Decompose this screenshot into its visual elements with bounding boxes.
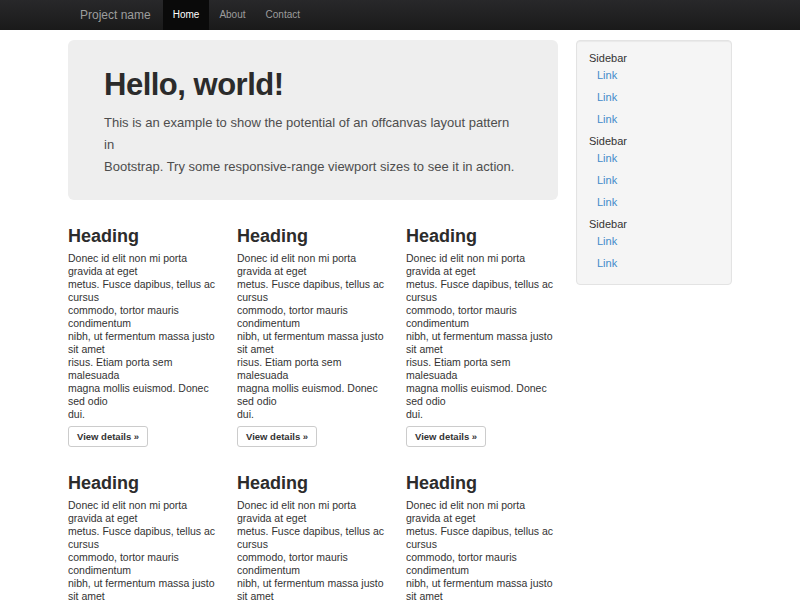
sidebar-link[interactable]: Link — [589, 112, 719, 126]
card-heading: Heading — [406, 225, 558, 247]
view-details-button[interactable]: View details » — [406, 426, 486, 447]
card-heading: Heading — [68, 225, 220, 247]
card-body: Donec id elit non mi porta gravida at eg… — [68, 252, 220, 421]
sidebar-group-heading: Sidebar — [589, 51, 719, 65]
card-body: Donec id elit non mi porta gravida at eg… — [237, 499, 389, 600]
card-body: Donec id elit non mi porta gravida at eg… — [406, 499, 558, 600]
card: Heading Donec id elit non mi porta gravi… — [237, 225, 389, 447]
card: Heading Donec id elit non mi porta gravi… — [406, 472, 558, 600]
nav-item-contact[interactable]: Contact — [256, 0, 310, 30]
page-container: Hello, world! This is an example to show… — [68, 40, 732, 600]
cards-row-2: Heading Donec id elit non mi porta gravi… — [68, 472, 558, 600]
sidebar-group: Sidebar Link Link — [589, 217, 719, 270]
main-column: Hello, world! This is an example to show… — [68, 40, 558, 600]
sidebar-group-heading: Sidebar — [589, 134, 719, 148]
card: Heading Donec id elit non mi porta gravi… — [68, 472, 220, 600]
sidebar-group: Sidebar Link Link Link — [589, 134, 719, 209]
sidebar-link[interactable]: Link — [589, 256, 719, 270]
jumbotron: Hello, world! This is an example to show… — [68, 40, 558, 200]
view-details-button[interactable]: View details » — [237, 426, 317, 447]
navbar: Project name Home About Contact — [0, 0, 800, 30]
card-heading: Heading — [237, 225, 389, 247]
sidebar-group-heading: Sidebar — [589, 217, 719, 231]
card: Heading Donec id elit non mi porta gravi… — [237, 472, 389, 600]
sidebar-link[interactable]: Link — [589, 90, 719, 104]
card: Heading Donec id elit non mi porta gravi… — [68, 225, 220, 447]
navbar-menu: Home About Contact — [163, 0, 310, 30]
sidebar-well: Sidebar Link Link Link Sidebar Link Link… — [576, 40, 732, 285]
sidebar-link[interactable]: Link — [589, 234, 719, 248]
nav-item-about[interactable]: About — [209, 0, 255, 30]
card: Heading Donec id elit non mi porta gravi… — [406, 225, 558, 447]
sidebar-link[interactable]: Link — [589, 151, 719, 165]
sidebar-link[interactable]: Link — [589, 195, 719, 209]
card-heading: Heading — [68, 472, 220, 494]
card-body: Donec id elit non mi porta gravida at eg… — [406, 252, 558, 421]
card-heading: Heading — [237, 472, 389, 494]
brand-link[interactable]: Project name — [68, 0, 163, 30]
jumbotron-text: This is an example to show the potential… — [104, 112, 522, 178]
card-body: Donec id elit non mi porta gravida at eg… — [68, 499, 220, 600]
jumbotron-title: Hello, world! — [104, 67, 522, 103]
nav-item-home[interactable]: Home — [163, 0, 210, 30]
card-heading: Heading — [406, 472, 558, 494]
sidebar-group: Sidebar Link Link Link — [589, 51, 719, 126]
sidebar-link[interactable]: Link — [589, 173, 719, 187]
card-body: Donec id elit non mi porta gravida at eg… — [237, 252, 389, 421]
view-details-button[interactable]: View details » — [68, 426, 148, 447]
cards-row-1: Heading Donec id elit non mi porta gravi… — [68, 225, 558, 447]
content-row: Hello, world! This is an example to show… — [68, 40, 732, 600]
sidebar-link[interactable]: Link — [589, 68, 719, 82]
